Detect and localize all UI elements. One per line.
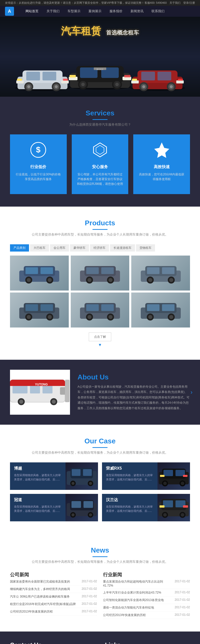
svg-point-89 [88,315,92,319]
tab-1[interactable]: 大巴租车 [30,244,49,252]
case-item-3[interactable]: 汉兰达 造型采用细致的风格，渗透东方人的审美需求，远视大灯融合现代感、后....… [102,494,190,521]
nav-models[interactable]: 车型展示 [64,6,85,16]
nav-links: 网站首页 关于我们 车型展示 案例展示 服务报价 新闻资讯 联系我们 [22,6,168,16]
svg-point-145 [163,513,167,516]
svg-point-127 [163,482,167,485]
svg-point-99 [169,315,173,319]
nav-logo: A [5,7,14,16]
case-desc-0: 造型采用细致的风格，渗透东方人的审美需求，远视大灯融合现代感、后...... [14,473,62,482]
learn-more-block: 点击了解 ▼ [10,332,190,347]
about-content: About Us A公司提供一家专业从事出租驾驶，汽车租赁服务的专业公司。主要业… [78,373,190,411]
product-item-3[interactable] [10,292,69,328]
svg-rect-4 [43,72,56,80]
svg-rect-35 [141,72,155,80]
svg-rect-113 [65,380,70,402]
contact-links-grid: Contact Us 📍 江苏省盐城市市政府名优街道 📞 手机:15188888… [10,642,190,644]
company-news-text-4: 公司经历2013年快速发展的历程 [10,610,53,614]
svg-point-109 [19,400,23,404]
svg-point-137 [72,513,75,516]
news-divider [93,556,107,557]
company-news-date-3: 2017-01-02 [82,602,97,606]
tab-4[interactable]: 经济轿车 [90,244,109,252]
nav-news[interactable]: 新闻资讯 [126,6,147,16]
product-item-5[interactable] [131,292,190,328]
svg-rect-63 [101,267,114,274]
product-item-4[interactable] [71,292,129,328]
company-news-item-1[interactable]: 继续构建汽车业务为主，多种经营齐共的格局 2017-01-02 [10,586,97,593]
company-news-date-2: 2017-01-02 [82,594,97,599]
products-subtitle: 公司主要提供各种中高档车型，长短期自驾等服务，为企业个人长期用车量身订做，价格从… [10,232,190,237]
contact-title: Contact Us [10,642,95,644]
login-link[interactable]: 登录/注册 [183,1,195,4]
company-news-item-0[interactable]: 国家发改委将向全面部署已完成核准及批复的 2017-01-02 [10,578,97,586]
product-tabs: 产品类别 大巴租车 会公用车 豪华轿车 经济轿车 长途漫游租车 货物租车 [10,244,190,252]
case-subtitle: 公司主要提供各种中高档车型，长短期自驾等服务，为企业个人长期用车量身订做，价格从… [10,450,190,455]
products-title: Products [10,219,190,227]
company-news-date-4: 2017-01-02 [82,610,97,614]
about-text: A公司提供一家专业从事出租驾驶，汽车租赁服务的专业公司。主要业务包括商务用车，公… [78,384,190,411]
product-item-2[interactable] [131,256,190,290]
industry-news-text-4: 公司经历2013年快速发展的历程 [103,613,146,617]
hero-section: 汽车租赁 首选概念租车 [0,17,200,97]
tab-2[interactable]: 会公用车 [50,244,69,252]
svg-rect-86 [86,304,99,311]
svg-point-67 [108,278,112,282]
industry-news-date-2: 2017-01-02 [175,598,190,602]
nav-about[interactable]: 关于我们 [43,6,64,16]
case-img-3 [157,494,190,521]
tab-6[interactable]: 货物租车 [136,244,155,252]
svg-point-81 [27,315,31,319]
svg-text:概念租车: 概念租车 [97,68,103,70]
svg-point-75 [169,278,173,282]
industry-news-text-1: 上半年汽车行业企业累计营业利润达43.72% [103,590,161,595]
industry-news-item-2[interactable]: 公司智转化新能源汽车全面布局2013各营业地 2017-01-02 [103,596,190,604]
company-news-item-3[interactable]: 租赁行业是2016年初完成对汽车经营(标准版)品牌 2017-01-02 [10,600,97,608]
industry-news-item-4[interactable]: 公司经历2013年快速发展的历程 2017-01-02 [103,612,190,619]
tab-5[interactable]: 长途漫游租车 [110,244,135,252]
nav-contact[interactable]: 联系我们 [147,6,168,16]
service-card-0: $ 行业低价 行业底低，以低于行业30%的价格享受高品质的车服务 [10,134,67,194]
case-info-3: 汉兰达 造型采用细致的风格，渗透东方人的审美需求，远视大灯融合现代感、后....… [102,494,157,521]
case-item-1[interactable]: 荣威RX5 造型采用细致的风格，渗透东方人的审美需求，远视大灯融合现代感、后..… [102,462,190,490]
service-title-1: 安心服务 [77,164,123,170]
case-desc-3: 造型采用细致的风格，渗透东方人的审美需求，远视大灯融合现代感、后...... [106,504,153,513]
contact-col: Contact Us 📍 江苏省盐城市市政府名优街道 📞 手机:15188888… [10,642,95,644]
services-subtitle: 为什么选择西安通善停汽车服务有限公司？ [10,122,190,127]
svg-rect-30 [70,75,76,78]
industry-news-item-3[interactable]: 通俗一类混合动力智能化汽车各特征地 2017-01-02 [103,604,190,612]
industry-news-item-0[interactable]: 重点发展混合动力和起超纯电动汽车占比达到41.72% 2017-01-02 [103,578,190,589]
product-item-1[interactable] [71,256,129,290]
svg-marker-50 [96,146,104,154]
case-item-2[interactable]: 冠道 造型采用细致的风格，渗透东方人的审美需求，远视大灯融合现代感、后.....… [10,494,98,521]
nav-showcase[interactable]: 案例展示 [85,6,105,16]
product-car-svg-0 [17,260,62,286]
product-car-svg-5 [138,298,183,322]
company-news-text-3: 租赁行业是2016年初完成对汽车经营(标准版)品牌 [10,602,76,606]
svg-point-139 [89,513,92,516]
industry-news-text-0: 重点发展混合动力和起超纯电动汽车占比达到41.72% [103,580,172,587]
company-news-title: 公司新闻 [10,572,97,578]
svg-rect-31 [124,75,130,78]
case-item-0[interactable]: 博越 造型采用细致的风格，渗透东方人的审美需求，远视大灯融合现代感、后.....… [10,462,98,490]
nav-pricing[interactable]: 服务报价 [105,6,126,16]
svg-rect-134 [72,501,81,508]
case-info-1: 荣威RX5 造型采用细致的风格，渗透东方人的审美需求，远视大灯融合现代感、后..… [102,462,157,490]
product-item-0[interactable] [10,256,69,290]
tab-0[interactable]: 产品类别 [10,244,29,252]
company-news-item-4[interactable]: 公司经历2013年快速发展的历程 2017-01-02 [10,608,97,616]
company-news-item-2[interactable]: 汽车公 309位用户已选择该租金辆的租车服务 2017-01-02 [10,593,97,600]
svg-point-111 [52,400,56,404]
about-link[interactable]: 关于我们 [169,1,180,4]
about-section: YUTONG About Us A公司提供一家专业从事出租驾驶，汽车租赁服务的专… [0,360,200,425]
tel-text: 客服400: 5490460 [144,1,167,4]
learn-more-btn[interactable]: 点击了解 [89,332,111,341]
industry-news-item-1[interactable]: 上半年汽车行业企业累计营业利润达43.72% 2017-01-02 [103,589,190,596]
case-divider [93,447,107,448]
case-name-3: 汉兰达 [106,497,153,502]
product-grid [10,256,190,328]
tab-3[interactable]: 豪华轿车 [70,244,89,252]
service-title-0: 行业低价 [15,164,62,170]
nav-home[interactable]: 网站首页 [22,6,43,16]
industry-news-date-4: 2017-01-02 [175,613,190,617]
about-next-arrow[interactable]: › [190,389,192,396]
